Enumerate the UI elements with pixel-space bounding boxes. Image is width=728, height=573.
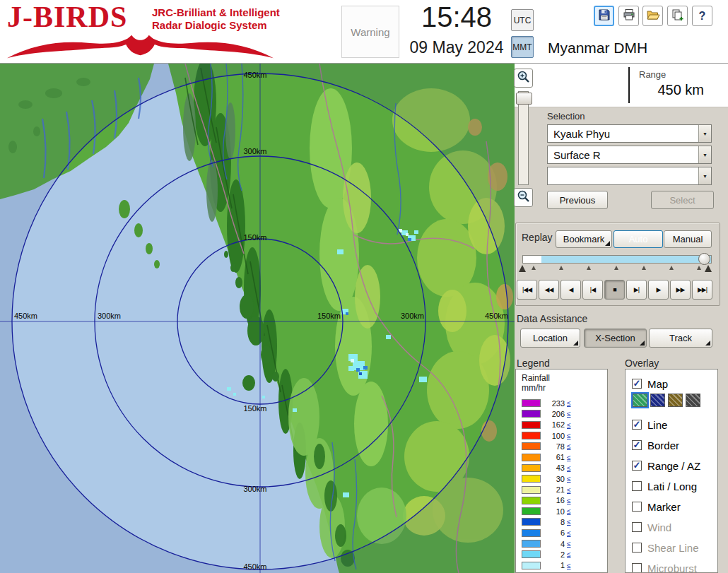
overlay-item-map[interactable]: ✓ Map <box>632 377 668 391</box>
playback-skip-end-button[interactable]: ▶▶| <box>692 280 712 300</box>
playback-skip-start-button[interactable]: |◀◀ <box>517 280 537 300</box>
checkbox[interactable]: ✓ <box>632 440 642 450</box>
map-style-swatch-gray[interactable] <box>686 394 700 407</box>
folder-icon <box>646 8 660 24</box>
app-logo-title: J-BIRDS <box>7 0 127 34</box>
timeline-tick <box>532 266 536 270</box>
app-logo-subtitle1: JRC-Brilliant & Intelligent <box>152 6 280 18</box>
export-button[interactable] <box>667 6 688 26</box>
corner-arrow-icon <box>705 341 710 345</box>
legend-label: Legend <box>517 358 550 369</box>
manual-mode-button[interactable]: Manual <box>664 230 712 248</box>
map-style-swatch-olive[interactable] <box>668 394 683 407</box>
chevron-down-icon[interactable]: ▼ <box>698 125 711 142</box>
ring-label: 300km <box>401 312 424 320</box>
playback-step-back-button[interactable]: |◀ <box>582 280 603 300</box>
timeline-slider-handle[interactable] <box>698 253 710 265</box>
option-combo[interactable]: ▼ <box>547 167 712 185</box>
legend-color-swatch <box>522 464 541 472</box>
timeline-tick <box>697 266 701 270</box>
legend-row: 1≤ <box>516 560 607 570</box>
help-button[interactable]: ? <box>692 6 712 26</box>
overlay-item-border[interactable]: ✓ Border <box>632 438 679 452</box>
legend-color-swatch <box>522 421 541 429</box>
radar-map[interactable]: 450km 300km 150km 150km 300km 450km 450k… <box>0 64 515 573</box>
replay-label: Replay <box>522 232 553 243</box>
location-button[interactable]: Location <box>520 329 580 348</box>
selection-label: Selection <box>547 111 585 122</box>
checkbox[interactable]: ✓ <box>632 502 642 512</box>
help-icon: ? <box>699 10 706 23</box>
checkbox[interactable]: ✓ <box>632 379 642 389</box>
data-assistance-label: Data Assistance <box>517 313 587 324</box>
chevron-down-icon[interactable]: ▼ <box>698 146 711 163</box>
clock-time: 15:48 <box>400 1 513 33</box>
previous-button[interactable]: Previous <box>547 191 608 209</box>
overlay-item-shear-line: ✓ Shear Line <box>632 540 699 555</box>
checkbox[interactable]: ✓ <box>632 461 642 471</box>
playback-stop-button[interactable]: ■ <box>604 280 625 300</box>
timeline-fill <box>541 256 711 263</box>
overlay-item-lati-long[interactable]: ✓ Lati / Long <box>632 479 697 493</box>
zoom-out-button[interactable] <box>514 188 533 207</box>
playback-rewind-button[interactable]: ◀◀ <box>539 280 559 300</box>
station-title: Myanmar DMH <box>548 40 647 57</box>
legend-color-swatch <box>522 507 541 515</box>
zoom-out-icon <box>516 189 532 206</box>
site-combo[interactable]: Kyauk Phyu ▼ <box>547 124 712 143</box>
legend-row: 233≤ <box>516 398 607 408</box>
product-combo-value: Surface R <box>548 146 698 163</box>
overlay-item-marker[interactable]: ✓ Marker <box>632 500 681 514</box>
open-folder-button[interactable] <box>642 6 663 26</box>
auto-mode-label: Auto <box>629 234 648 244</box>
mmt-toggle-button[interactable]: MMT <box>511 36 534 58</box>
utc-toggle-button[interactable]: UTC <box>511 9 534 31</box>
check-icon: ✓ <box>633 461 641 470</box>
select-button[interactable]: Select <box>651 191 714 209</box>
ring-label: 450km <box>485 312 508 320</box>
timeline-ticks <box>532 266 701 270</box>
playback-step-forward-button[interactable]: ▶| <box>626 280 647 300</box>
product-combo[interactable]: Surface R ▼ <box>547 146 712 164</box>
playback-fast-forward-button[interactable]: ▶▶ <box>670 280 691 300</box>
legend-row: 4≤ <box>516 538 607 549</box>
save-button[interactable] <box>594 6 614 26</box>
legend-row: 10≤ <box>516 506 607 516</box>
x-section-button-label: X-Section <box>595 333 635 343</box>
auto-mode-button[interactable]: Auto <box>613 230 663 248</box>
checkbox[interactable]: ✓ <box>632 420 642 430</box>
timeline-start-marker[interactable] <box>519 265 526 272</box>
checkbox: ✓ <box>632 563 642 573</box>
x-section-button[interactable]: X-Section <box>584 329 647 348</box>
track-button[interactable]: Track <box>649 329 712 348</box>
timeline-track[interactable] <box>522 255 712 264</box>
warning-indicator[interactable]: Warning <box>341 6 399 58</box>
legend-row: 2≤ <box>516 549 607 560</box>
zoom-in-icon <box>516 69 532 87</box>
map-style-swatch-green[interactable] <box>633 394 647 407</box>
zoom-slider-track[interactable] <box>518 91 529 185</box>
header-bar: J-BIRDS JRC-Brilliant & Intelligent Rada… <box>0 0 728 64</box>
print-button[interactable] <box>618 6 639 26</box>
map-style-swatch-navy[interactable] <box>650 394 665 407</box>
overlay-item-range-az[interactable]: ✓ Range / AZ <box>632 459 700 473</box>
clock-date: 09 May 2024 <box>394 38 519 57</box>
playback-play-reverse-button[interactable]: ◀ <box>560 280 581 300</box>
timeline-end-marker[interactable] <box>705 265 712 272</box>
check-icon: ✓ <box>633 440 641 449</box>
chevron-down-icon[interactable]: ▼ <box>698 167 711 184</box>
check-icon: ✓ <box>633 420 641 429</box>
checkbox[interactable]: ✓ <box>632 481 642 491</box>
bookmark-button[interactable]: Bookmark <box>556 230 612 248</box>
zoom-in-button[interactable] <box>514 69 533 88</box>
zoom-slider-handle[interactable] <box>516 93 532 105</box>
ring-label: 150km <box>317 312 341 320</box>
overlay-item-line[interactable]: ✓ Line <box>632 418 667 432</box>
radar-map-svg: 450km 300km 150km 150km 300km 450km 450k… <box>0 64 515 573</box>
legend-color-swatch <box>522 562 541 569</box>
legend-color-swatch <box>522 550 541 558</box>
legend-unit: mm/hr <box>522 383 546 393</box>
map-style-swatches <box>633 394 700 407</box>
legend-row: 100≤ <box>516 430 607 441</box>
playback-play-button[interactable]: ▶ <box>648 280 669 300</box>
